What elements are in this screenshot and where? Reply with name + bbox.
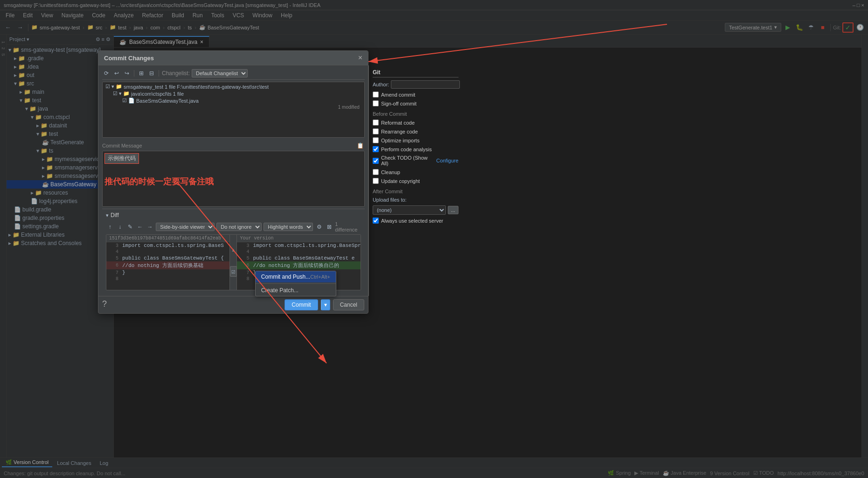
rearrange-checkbox[interactable] xyxy=(373,128,379,134)
update-copyright-label: Update copyright xyxy=(381,178,420,184)
diff-edit-btn[interactable]: ✎ xyxy=(126,223,134,231)
commit-dialog: Commit Changes × ⟳ ↩ ↪ ⊞ ⊟ Changelist: D… xyxy=(98,50,368,314)
always-server-label: Always use selected server xyxy=(381,218,443,224)
signoff-commit-checkbox[interactable] xyxy=(373,100,379,106)
amend-commit-checkbox[interactable] xyxy=(373,91,379,98)
diff-left-btn[interactable]: ← xyxy=(136,223,144,231)
diff-prev-btn[interactable]: ↑ xyxy=(106,223,114,231)
diff-label: Diff xyxy=(111,212,119,218)
ftree-label-file: BaseSmsGatewayTest.java xyxy=(136,98,199,104)
diff-left-header: 151f3d3e6b197b8474851d69afabc86414fa2eab xyxy=(106,235,229,242)
diff-arrow-icon: ▾ xyxy=(106,212,109,218)
upload-config-btn[interactable]: ... xyxy=(448,206,458,214)
diff-expand-btn[interactable]: ⊠ xyxy=(325,223,333,231)
configure-link[interactable]: Configure xyxy=(436,158,458,163)
author-row: Author: xyxy=(373,80,458,89)
rearrange-row: Rearrange code xyxy=(373,128,458,134)
dialog-footer: ? Commit ▾ Cancel Commit and Push... Ctr… xyxy=(98,296,368,313)
commit-msg-label-text: Commit Message xyxy=(102,143,142,148)
author-label: Author: xyxy=(373,82,389,87)
diff-right-btn[interactable]: → xyxy=(146,223,154,231)
diff-toolbar: ↑ ↓ ✎ ← → Side-by-side viewer Do not ign… xyxy=(106,221,361,232)
diff-highlight-select[interactable]: Highlight words xyxy=(264,223,313,231)
refresh-btn[interactable]: ⟳ xyxy=(102,69,111,77)
ftree-checkbox-file[interactable]: ☑ xyxy=(122,98,127,104)
dialog-title: Commit Changes xyxy=(104,55,154,62)
changelist-label: Changelist: xyxy=(162,70,190,77)
reformat-checkbox[interactable] xyxy=(373,120,379,126)
cleanup-checkbox[interactable] xyxy=(373,169,379,175)
copy-btn[interactable]: 📋 xyxy=(356,141,365,150)
expand-all-btn[interactable]: ⊞ xyxy=(137,69,146,77)
ftree-label-sub1: java\com\ctspcl\ts 1 file xyxy=(131,91,184,97)
always-server-checkbox[interactable] xyxy=(373,218,379,224)
cleanup-label: Cleanup xyxy=(381,169,400,175)
ftree-file[interactable]: ☑ 📄 BaseSmsGatewayTest.java xyxy=(104,97,363,104)
dialog-title-bar: Commit Changes × xyxy=(98,51,368,65)
optimize-checkbox[interactable] xyxy=(373,137,379,143)
ftree-label-root: smsgateway_test 1 file F:\unittest\test\… xyxy=(124,84,269,90)
commit-dropdown-menu: Commit and Push... Ctrl+Alt+ Create Patc… xyxy=(255,271,336,296)
changelist-select[interactable]: Default Changelist xyxy=(192,69,248,77)
dialog-close-btn[interactable]: × xyxy=(358,54,362,62)
check-todo-label: Check TODO (Show All) xyxy=(381,155,434,166)
commit-push-item[interactable]: Commit and Push... Ctrl+Alt+ xyxy=(256,271,336,282)
git-section-label: Git xyxy=(373,69,458,77)
diff-header[interactable]: ▾ Diff xyxy=(106,211,361,219)
cancel-btn[interactable]: Cancel xyxy=(333,299,364,310)
dialog-body: ⟳ ↩ ↪ ⊞ ⊟ Changelist: Default Changelist… xyxy=(98,65,368,296)
signoff-commit-row: Sign-off commit xyxy=(373,100,458,106)
ftree-sub1[interactable]: ☑ ▾ 📁 java\com\ctspcl\ts 1 file xyxy=(104,90,363,97)
perform-analysis-checkbox[interactable] xyxy=(373,146,379,152)
file-tree: ☑ ▾ 📁 smsgateway_test 1 file F:\unittest… xyxy=(102,82,365,138)
diff-left-line-7: 7 } xyxy=(106,269,229,276)
commit-msg-box[interactable]: 示例推代码 推代码的时候一定要写备注哦 xyxy=(102,151,365,207)
diff-left-line-8: 8 xyxy=(106,276,229,282)
commit-msg-example-text: 示例推代码 xyxy=(108,155,136,162)
diff-settings-btn[interactable]: ⚙ xyxy=(315,223,323,231)
dropdown-sep xyxy=(256,283,336,284)
undo-btn[interactable]: ↩ xyxy=(112,69,121,77)
diff-next-btn[interactable]: ↓ xyxy=(116,223,124,231)
dialog-right-panel: Git Author: Amend commit Sign-off commit… xyxy=(369,65,462,296)
diff-left-pane: 151f3d3e6b197b8474851d69afabc86414fa2eab… xyxy=(106,235,229,290)
upload-label: Upload files to: xyxy=(373,197,407,203)
check-todo-checkbox[interactable] xyxy=(373,158,379,164)
reformat-row: Reformat code xyxy=(373,120,458,126)
diff-right-header: Your version xyxy=(237,235,360,242)
before-commit-label: Before Commit xyxy=(373,111,458,117)
amend-commit-label: Amend commit xyxy=(381,92,415,98)
reformat-label: Reformat code xyxy=(381,120,415,126)
redo-btn[interactable]: ↪ xyxy=(123,69,131,77)
diff-right-line-3: 3 import com.ctspcl.ts.spring.BaseSpr xyxy=(237,242,360,249)
optimize-label: Optimize imports xyxy=(381,138,420,143)
upload-select[interactable]: (none) xyxy=(373,205,446,215)
ftree-checkbox-root[interactable]: ☑ xyxy=(105,84,110,90)
create-patch-item[interactable]: Create Patch... xyxy=(256,285,336,296)
diff-left-line-5: 5 public class BaseSmsGatewayTest { xyxy=(106,255,229,261)
author-input[interactable] xyxy=(391,80,460,89)
ftree-root[interactable]: ☑ ▾ 📁 smsgateway_test 1 file F:\unittest… xyxy=(104,83,363,90)
ftree-checkbox-sub1[interactable]: ☑ xyxy=(113,91,118,97)
diff-accept-btn[interactable]: ☑ xyxy=(230,266,236,277)
dialog-file-toolbar: ⟳ ↩ ↪ ⊞ ⊟ Changelist: Default Changelist xyxy=(102,69,365,80)
diff-left-line-6: 6 //do nothing 方面后续切换基础 xyxy=(106,261,229,269)
update-copyright-checkbox[interactable] xyxy=(373,178,379,184)
diff-arrow-up: ▲ xyxy=(232,248,235,253)
create-patch-label: Create Patch... xyxy=(261,287,299,294)
diff-ignore-select[interactable]: Do not ignore xyxy=(216,223,262,231)
diff-right-line-5: 5 public class BaseSmsGatewayTest e xyxy=(237,255,360,261)
dialog-left-panel: ⟳ ↩ ↪ ⊞ ⊟ Changelist: Default Changelist… xyxy=(98,65,369,296)
amend-commit-row: Amend commit xyxy=(373,91,458,98)
help-btn[interactable]: ? xyxy=(102,299,107,310)
collapse-all-btn[interactable]: ⊟ xyxy=(147,69,156,77)
diff-viewer-select[interactable]: Side-by-side viewer xyxy=(156,223,215,231)
upload-select-row: (none) ... xyxy=(373,205,458,215)
commit-msg-section: Commit Message 📋 示例推代码 推代码的时候一定要写备注哦 xyxy=(102,141,365,207)
commit-btn[interactable]: Commit xyxy=(285,299,318,310)
commit-dropdown-btn[interactable]: ▾ xyxy=(321,299,330,310)
diff-right-line-6: 6 //do nothing 方面后续切换自己的 xyxy=(237,261,360,269)
ftree-arrow-root: ▾ xyxy=(111,84,114,90)
commit-push-label: Commit and Push... xyxy=(261,274,310,280)
commit-msg-warning: 推代码的时候一定要写备注哦 xyxy=(104,176,362,187)
